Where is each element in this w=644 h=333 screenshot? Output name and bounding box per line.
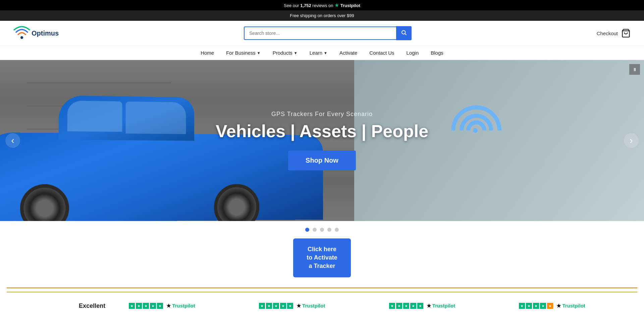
search-button[interactable] xyxy=(396,26,412,40)
trustpilot-item-3: ★ ★ ★ ★ ★ ★ Trustpilot xyxy=(389,303,455,309)
hero-subtitle: GPS Trackers For Every Scenario xyxy=(216,111,428,118)
tp-star: ★ xyxy=(157,303,163,309)
tp-star: ★ xyxy=(280,303,286,309)
nav-contact[interactable]: Contact Us xyxy=(369,50,394,56)
trustpilot-logo-3: ★ Trustpilot xyxy=(427,303,455,309)
tp-star: ★ xyxy=(150,303,156,309)
tp-stars-1: ★ ★ ★ ★ ★ xyxy=(129,303,163,309)
nav-for-business[interactable]: For Business ▼ xyxy=(226,50,260,56)
search-area xyxy=(244,26,412,40)
search-input[interactable] xyxy=(244,26,396,40)
tp-stars-4: ★ ★ ★ ★ ★ xyxy=(519,303,553,309)
carousel-dots xyxy=(0,228,644,232)
trustpilot-item-4: ★ ★ ★ ★ ★ ★ Trustpilot xyxy=(519,303,585,309)
tp-star: ★ xyxy=(396,303,402,309)
review-count: 1,752 xyxy=(300,3,311,8)
review-text: See our xyxy=(284,3,300,8)
logo-icon xyxy=(13,25,30,42)
header: Optimus Checkout xyxy=(0,21,644,46)
nav-learn[interactable]: Learn ▼ xyxy=(310,50,327,56)
tp-star: ★ xyxy=(129,303,135,309)
tp-star: ★ xyxy=(403,303,409,309)
car-wheel-rear xyxy=(20,184,69,221)
tp-star-partial: ★ xyxy=(547,303,553,309)
tp-star: ★ xyxy=(417,303,423,309)
shipping-text: Free shipping on orders over $99 xyxy=(290,13,354,18)
checkout-label: Checkout xyxy=(597,31,618,36)
tp-stars-2: ★ ★ ★ ★ ★ xyxy=(259,303,293,309)
tp-star: ★ xyxy=(410,303,416,309)
nav-login[interactable]: Login xyxy=(407,50,419,56)
car-window-front xyxy=(126,102,186,134)
carousel-dot-1[interactable] xyxy=(305,228,309,232)
hero-carousel: GPS Trackers For Every Scenario Vehicles… xyxy=(0,60,644,221)
trustpilot-section: Excellent ★ ★ ★ ★ ★ ★ Trustpilot ★ ★ ★ ★… xyxy=(7,292,637,316)
tp-star: ★ xyxy=(136,303,142,309)
nav-products[interactable]: Products ▼ xyxy=(273,50,298,56)
carousel-next-button[interactable]: › xyxy=(624,133,639,148)
activate-tracker-button[interactable]: Click here to Activate a Tracker xyxy=(293,238,351,277)
trustpilot-logo-4: ★ Trustpilot xyxy=(556,303,585,309)
car-wheel-front xyxy=(214,184,260,221)
chevron-down-icon: ▼ xyxy=(257,51,261,55)
trustpilot-item-1: Excellent ★ ★ ★ ★ ★ ★ Trustpilot xyxy=(59,299,195,313)
wifi-signal-overlay xyxy=(436,87,503,154)
car-window-rear xyxy=(67,101,122,132)
carousel-dot-4[interactable] xyxy=(327,228,331,232)
pause-icon: ⏸ xyxy=(633,67,637,72)
tp-star: ★ xyxy=(287,303,293,309)
tp-stars-3: ★ ★ ★ ★ ★ xyxy=(389,303,423,309)
carousel-dot-3[interactable] xyxy=(320,228,324,232)
hero-content: GPS Trackers For Every Scenario Vehicles… xyxy=(216,111,428,170)
search-icon xyxy=(401,30,407,36)
tp-star: ★ xyxy=(266,303,272,309)
carousel-pause-button[interactable]: ⏸ xyxy=(629,64,640,75)
activate-line1: Click here xyxy=(308,246,336,253)
trustpilot-logo: ★ Trustpilot xyxy=(166,303,195,309)
nav-home[interactable]: Home xyxy=(201,50,214,56)
svg-point-1 xyxy=(402,31,406,34)
nav-blogs[interactable]: Blogs xyxy=(431,50,443,56)
nav-activate[interactable]: Activate xyxy=(339,50,357,56)
tp-star: ★ xyxy=(143,303,149,309)
tp-star: ★ xyxy=(259,303,265,309)
tp-star: ★ xyxy=(273,303,279,309)
excellent-label: Excellent xyxy=(59,299,125,313)
checkout-area[interactable]: Checkout xyxy=(597,29,631,38)
carousel-prev-button[interactable]: ‹ xyxy=(5,133,20,148)
carousel-dot-2[interactable] xyxy=(313,228,317,232)
tp-star: ★ xyxy=(533,303,539,309)
activate-cta-section: Click here to Activate a Tracker xyxy=(0,238,644,277)
carousel-dot-5[interactable] xyxy=(335,228,339,232)
tp-star: ★ xyxy=(540,303,546,309)
chevron-down-icon: ▼ xyxy=(324,51,327,55)
trustpilot-label: Trustpilot xyxy=(340,3,360,8)
shop-now-button[interactable]: Shop Now xyxy=(288,151,356,170)
trustpilot-item-2: ★ ★ ★ ★ ★ ★ Trustpilot xyxy=(259,303,325,309)
hero-title: Vehicles | Assets | People xyxy=(216,121,428,141)
trustpilot-logo-2: ★ Trustpilot xyxy=(297,303,325,309)
svg-line-2 xyxy=(405,34,406,35)
logo-area[interactable]: Optimus xyxy=(13,25,59,42)
svg-point-0 xyxy=(20,36,23,39)
bottom-divider xyxy=(7,287,637,288)
logo-text: Optimus xyxy=(32,30,59,37)
activate-line2: to Activate xyxy=(307,254,337,261)
shipping-bar: Free shipping on orders over $99 xyxy=(0,10,644,21)
tp-star: ★ xyxy=(389,303,395,309)
chevron-down-icon: ▼ xyxy=(294,51,298,55)
trustpilot-star-icon: ★ xyxy=(334,2,339,8)
top-bar: See our 1,752 reviews on ★ Trustpilot xyxy=(0,0,644,10)
main-nav: Home For Business ▼ Products ▼ Learn ▼ A… xyxy=(0,46,644,60)
cart-icon xyxy=(621,29,631,38)
review-middle: reviews on xyxy=(312,3,333,8)
activate-line3: a Tracker xyxy=(309,263,335,269)
tp-star: ★ xyxy=(519,303,525,309)
tp-star: ★ xyxy=(526,303,532,309)
